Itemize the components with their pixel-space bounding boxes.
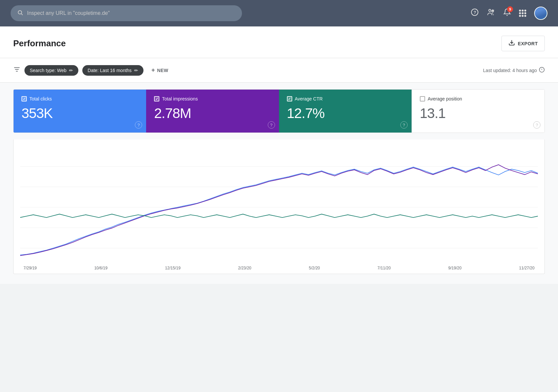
- metric-card-ctr[interactable]: Average CTR 12.7% ?: [279, 90, 412, 133]
- svg-line-1: [21, 14, 22, 15]
- chart-section: 7/29/19 10/6/19 12/15/19 2/23/20 5/2/20 …: [0, 133, 558, 284]
- page-header: Performance EXPORT: [0, 26, 558, 58]
- export-label: EXPORT: [518, 41, 538, 46]
- search-placeholder: Inspect any URL in "coupletime.de": [27, 10, 110, 16]
- date-filter[interactable]: Date: Last 16 months ✏: [82, 65, 143, 76]
- clicks-line: [20, 167, 538, 255]
- svg-text:?: ?: [474, 10, 476, 15]
- last-updated-text: Last updated: 4 hours ago: [483, 68, 537, 73]
- x-label-6: 9/19/20: [448, 266, 461, 270]
- clicks-label-row: Total clicks: [21, 96, 138, 101]
- last-updated: Last updated: 4 hours ago: [483, 67, 545, 74]
- x-label-4: 5/2/20: [309, 266, 320, 270]
- date-label: Date: Last 16 months: [88, 68, 132, 73]
- search-type-label: Search type: Web: [30, 68, 66, 73]
- new-label: NEW: [157, 68, 168, 73]
- metrics-cards: Total clicks 353K ? Total impressions 2.…: [13, 89, 545, 133]
- last-updated-help-icon[interactable]: [539, 67, 545, 74]
- ctr-checkbox[interactable]: [287, 96, 292, 101]
- impressions-help-icon[interactable]: ?: [268, 121, 275, 129]
- topbar-right: ? 9: [471, 7, 547, 20]
- date-edit-icon: ✏: [134, 68, 138, 73]
- x-label-7: 11/27/20: [519, 266, 535, 270]
- position-label: Average position: [428, 96, 462, 101]
- ctr-label-row: Average CTR: [287, 96, 404, 101]
- plus-icon: +: [151, 67, 155, 74]
- x-label-0: 7/29/19: [23, 266, 37, 270]
- metric-card-position[interactable]: Average position 13.1 ?: [412, 90, 544, 133]
- search-bar[interactable]: Inspect any URL in "coupletime.de": [11, 5, 242, 21]
- x-label-5: 7/11/20: [378, 266, 391, 270]
- download-icon: [508, 39, 515, 48]
- metrics-section: Total clicks 353K ? Total impressions 2.…: [0, 83, 558, 133]
- performance-chart: [20, 149, 538, 262]
- impressions-label-row: Total impressions: [154, 96, 271, 101]
- search-type-edit-icon: ✏: [69, 68, 73, 73]
- apps-icon[interactable]: [519, 10, 526, 17]
- position-checkbox[interactable]: [420, 96, 425, 101]
- metric-card-impressions[interactable]: Total impressions 2.78M ?: [146, 90, 279, 133]
- svg-point-0: [18, 11, 22, 14]
- clicks-value: 353K: [21, 105, 138, 121]
- avatar[interactable]: [534, 7, 547, 20]
- page-title: Performance: [13, 38, 66, 49]
- notification-icon[interactable]: 9: [503, 8, 511, 18]
- topbar: Inspect any URL in "coupletime.de" ?: [0, 0, 558, 26]
- impressions-label: Total impressions: [162, 96, 198, 101]
- notification-badge: 9: [507, 6, 513, 12]
- x-axis-labels: 7/29/19 10/6/19 12/15/19 2/23/20 5/2/20 …: [20, 263, 538, 270]
- search-type-filter[interactable]: Search type: Web ✏: [24, 65, 78, 76]
- position-value: 13.1: [420, 105, 537, 121]
- svg-line-8: [494, 10, 494, 11]
- search-icon: [17, 10, 23, 17]
- new-filter-button[interactable]: + NEW: [147, 64, 172, 76]
- accounts-icon[interactable]: [487, 8, 495, 19]
- export-button[interactable]: EXPORT: [501, 36, 545, 51]
- ctr-label: Average CTR: [295, 96, 323, 101]
- x-label-2: 12/15/19: [165, 266, 180, 270]
- impressions-checkbox[interactable]: [154, 96, 159, 101]
- ctr-value: 12.7%: [287, 105, 404, 121]
- clicks-help-icon[interactable]: ?: [135, 121, 142, 129]
- help-icon[interactable]: ?: [471, 8, 479, 18]
- filter-icon[interactable]: [13, 66, 20, 75]
- ctr-help-icon[interactable]: ?: [400, 121, 408, 129]
- ctr-line: [20, 214, 538, 217]
- position-label-row: Average position: [420, 96, 537, 101]
- impressions-line: [20, 165, 538, 255]
- x-label-3: 2/23/20: [238, 266, 251, 270]
- x-label-1: 10/6/19: [94, 266, 107, 270]
- clicks-label: Total clicks: [29, 96, 52, 101]
- svg-point-4: [489, 9, 491, 11]
- chart-container: 7/29/19 10/6/19 12/15/19 2/23/20 5/2/20 …: [13, 139, 545, 274]
- position-help-icon[interactable]: ?: [533, 121, 540, 129]
- metric-card-clicks[interactable]: Total clicks 353K ?: [14, 90, 146, 133]
- filter-bar: Search type: Web ✏ Date: Last 16 months …: [0, 58, 558, 83]
- clicks-checkbox[interactable]: [21, 96, 27, 101]
- impressions-value: 2.78M: [154, 105, 271, 121]
